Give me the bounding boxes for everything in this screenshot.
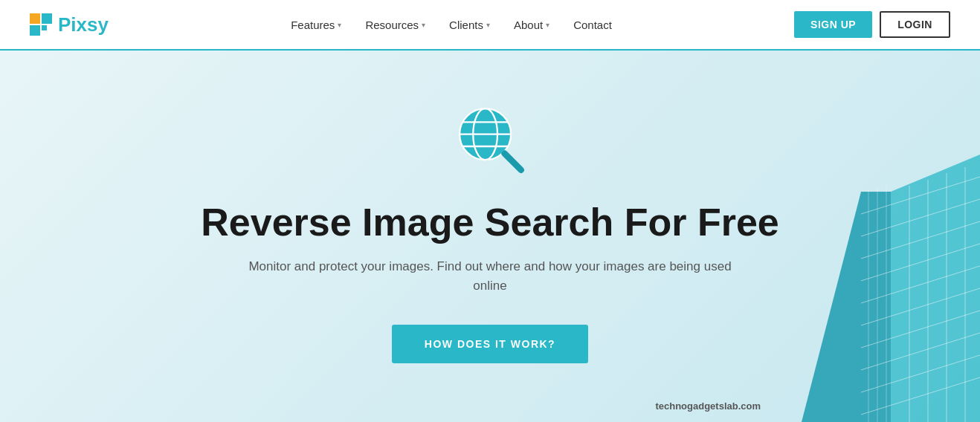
chevron-down-icon: ▾ (546, 21, 549, 29)
hero-subtitle: Monitor and protect your images. Find ou… (248, 257, 732, 295)
svg-rect-1 (42, 13, 52, 24)
building-svg (772, 155, 980, 422)
globe-search-icon (453, 102, 527, 176)
nav-contact-label: Contact (573, 19, 612, 31)
svg-rect-3 (42, 25, 47, 30)
nav-clients-label: Clients (449, 19, 483, 31)
nav-buttons: SIGN UP LOGIN (794, 11, 950, 38)
building-decoration (772, 155, 980, 422)
hero-title: Reverse Image Search For Free (201, 201, 779, 244)
nav-features-label: Features (291, 19, 335, 31)
nav-resources[interactable]: Resources ▾ (355, 13, 436, 37)
watermark: technogadgetslab.com (655, 400, 761, 412)
cta-button[interactable]: HOW DOES IT WORK? (392, 325, 588, 363)
chevron-down-icon: ▾ (486, 21, 490, 29)
nav-clients[interactable]: Clients ▾ (439, 13, 500, 37)
signup-button[interactable]: SIGN UP (794, 11, 872, 38)
nav-links: Features ▾ Resources ▾ Clients ▾ About ▾… (280, 13, 622, 37)
chevron-down-icon: ▾ (338, 21, 341, 29)
nav-features[interactable]: Features ▾ (280, 13, 352, 37)
svg-line-12 (505, 154, 521, 170)
svg-rect-2 (30, 25, 40, 36)
hero-section: Reverse Image Search For Free Monitor an… (0, 51, 980, 422)
nav-contact[interactable]: Contact (563, 13, 622, 37)
navbar: Pixsy Features ▾ Resources ▾ Clients ▾ A… (0, 0, 980, 51)
nav-about[interactable]: About ▾ (503, 13, 560, 37)
svg-rect-0 (30, 13, 40, 24)
logo-text: Pixsy (58, 13, 109, 36)
login-button[interactable]: LOGIN (880, 11, 950, 38)
nav-resources-label: Resources (365, 19, 419, 31)
hero-icon-container (453, 102, 527, 179)
logo-icon (30, 13, 52, 36)
nav-about-label: About (514, 19, 543, 31)
chevron-down-icon: ▾ (422, 21, 425, 29)
logo[interactable]: Pixsy (30, 13, 109, 36)
